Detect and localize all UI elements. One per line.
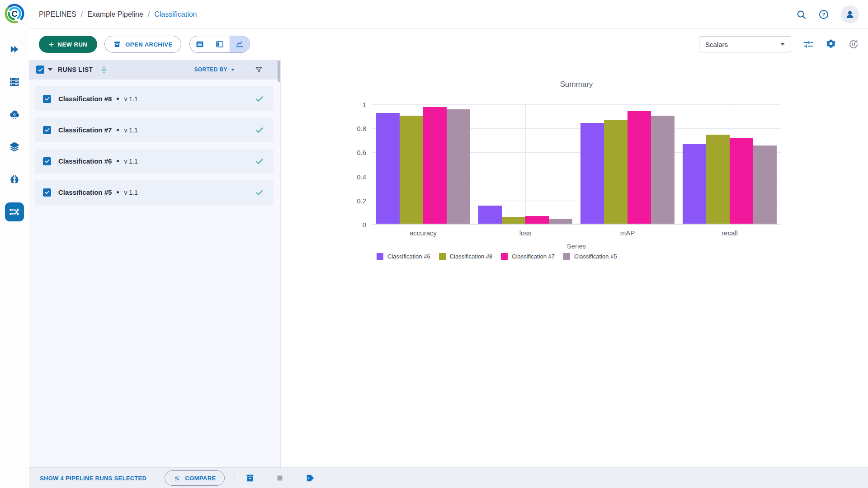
y-tick-label: 0.8 <box>357 125 366 132</box>
sort-icon[interactable] <box>99 65 108 74</box>
sorted-by-control[interactable]: SORTED BY <box>194 66 235 73</box>
chart-bar[interactable] <box>651 116 675 224</box>
run-status-completed-icon <box>255 125 264 135</box>
x-gridline <box>525 104 526 224</box>
topbar: PIPELINES/Example Pipeline/Classificatio… <box>29 0 868 29</box>
sidebar-item-queues[interactable] <box>5 72 24 91</box>
table-view-icon <box>195 40 204 49</box>
chart-bar[interactable] <box>706 135 730 224</box>
metric-type-value: Scalars <box>705 41 728 48</box>
archive-action-icon[interactable] <box>245 473 255 483</box>
run-name: Classification #8 <box>58 95 112 103</box>
plus-icon: + <box>49 40 54 49</box>
run-version: v 1.1 <box>124 158 137 165</box>
run-status-completed-icon <box>255 188 264 197</box>
new-run-button[interactable]: + NEW RUN <box>39 36 97 53</box>
select-all-checkbox[interactable] <box>36 66 44 74</box>
chart-bar[interactable] <box>478 206 502 224</box>
archive-icon <box>113 40 121 48</box>
sidebar-item-models[interactable] <box>5 170 24 189</box>
chart-bar[interactable] <box>683 144 706 224</box>
sorted-by-label: SORTED BY <box>194 66 227 73</box>
sorted-by-caret-icon <box>231 69 235 71</box>
selection-menu-caret-icon[interactable] <box>48 68 52 71</box>
runs-panel: RUNS LIST SORTED BY Classification #8 v … <box>29 60 281 468</box>
breadcrumb-item[interactable]: Example Pipeline <box>87 10 143 19</box>
legend-swatch <box>563 253 570 260</box>
legend-swatch <box>377 253 383 260</box>
check-icon <box>44 189 50 195</box>
y-tick-label: 0.6 <box>357 149 366 156</box>
chart-bar[interactable] <box>627 111 651 224</box>
brain-icon <box>9 174 20 185</box>
run-row[interactable]: Classification #7 v 1.1 <box>35 117 274 142</box>
chart-bar[interactable] <box>447 109 470 224</box>
metric-type-select[interactable]: Scalars <box>699 36 791 52</box>
legend-label: Classification #6 <box>387 253 430 260</box>
legend-title: Series <box>372 242 781 250</box>
clearml-logo[interactable]: C <box>4 3 25 24</box>
y-tick-label: 1 <box>363 101 366 108</box>
auto-refresh-icon[interactable] <box>848 39 859 50</box>
footer-divider <box>235 473 235 483</box>
chart-bar[interactable] <box>549 219 572 224</box>
sidebar-item-projects[interactable] <box>5 40 24 59</box>
legend-entry[interactable]: Classification #5 <box>563 253 617 260</box>
legend-label: Classification #7 <box>512 253 555 260</box>
run-row[interactable]: Classification #5 v 1.1 <box>35 180 274 205</box>
summary-plot[interactable]: 00.20.40.60.81accuracylossmAPrecall <box>372 104 781 225</box>
selection-count-label[interactable]: SHOW 4 PIPELINE RUNS SELECTED <box>40 475 146 482</box>
tag-action-icon[interactable] <box>305 473 315 483</box>
run-version: v 1.1 <box>124 95 137 103</box>
sidebar-item-pipelines[interactable] <box>5 202 24 221</box>
run-row[interactable]: Classification #8 v 1.1 <box>35 86 274 111</box>
run-row[interactable]: Classification #6 v 1.1 <box>35 149 274 174</box>
compare-button[interactable]: COMPARE <box>165 470 224 486</box>
run-checkbox[interactable] <box>43 188 51 197</box>
layers-icon <box>9 141 20 153</box>
view-mode-table[interactable] <box>190 36 210 52</box>
chart-bar[interactable] <box>502 217 525 224</box>
runs-list: Classification #8 v 1.1 Classification #… <box>29 80 280 205</box>
breadcrumb-item[interactable]: Classification <box>154 10 197 19</box>
filter-funnel-icon[interactable] <box>255 66 263 74</box>
legend-entry[interactable]: Classification #8 <box>439 253 493 260</box>
help-icon[interactable]: ? <box>818 9 829 20</box>
run-checkbox[interactable] <box>43 126 51 134</box>
chart-bar[interactable] <box>400 116 423 224</box>
chart-bar[interactable] <box>525 216 549 224</box>
chart-bar[interactable] <box>376 113 400 224</box>
y-gridline <box>372 104 781 105</box>
y-tick-label: 0.4 <box>357 173 366 180</box>
view-mode-split[interactable] <box>210 36 230 52</box>
tune-icon[interactable] <box>803 39 814 50</box>
chart-bar[interactable] <box>580 123 604 224</box>
run-checkbox[interactable] <box>43 157 51 165</box>
x-tick-label: recall <box>722 229 738 237</box>
chart-bar[interactable] <box>423 107 447 224</box>
breadcrumb-item[interactable]: PIPELINES <box>39 10 76 19</box>
server-icon <box>9 76 20 88</box>
split-view-icon <box>215 40 224 49</box>
view-mode-switch <box>189 36 250 53</box>
legend-swatch <box>439 253 446 260</box>
run-checkbox[interactable] <box>43 95 51 103</box>
run-version: v 1.1 <box>124 127 137 134</box>
legend-entry[interactable]: Classification #6 <box>377 253 430 260</box>
sidebar-nav <box>0 40 29 221</box>
footer-divider <box>295 473 295 483</box>
runs-scrollbar[interactable] <box>278 61 280 82</box>
legend-entry[interactable]: Classification #7 <box>501 253 555 260</box>
view-mode-chart[interactable] <box>230 36 250 52</box>
chart-bar[interactable] <box>604 120 627 224</box>
user-avatar[interactable] <box>841 5 859 23</box>
svg-text:C: C <box>11 9 18 19</box>
run-separator-dot <box>117 98 119 100</box>
settings-gear-icon[interactable] <box>826 39 836 50</box>
search-icon[interactable] <box>796 9 807 20</box>
chart-bar[interactable] <box>730 138 753 224</box>
sidebar-item-workers[interactable] <box>5 105 24 124</box>
chart-bar[interactable] <box>753 145 777 224</box>
sidebar-item-datasets[interactable] <box>5 137 24 156</box>
open-archive-button[interactable]: OPEN ARCHIVE <box>104 36 181 53</box>
